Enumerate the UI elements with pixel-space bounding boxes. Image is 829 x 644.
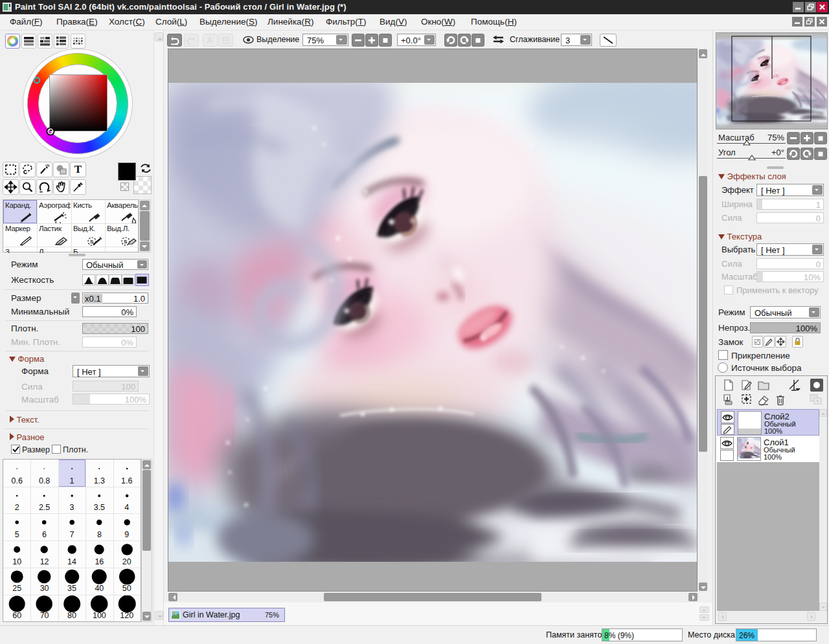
svg-text:S: S	[124, 239, 128, 245]
